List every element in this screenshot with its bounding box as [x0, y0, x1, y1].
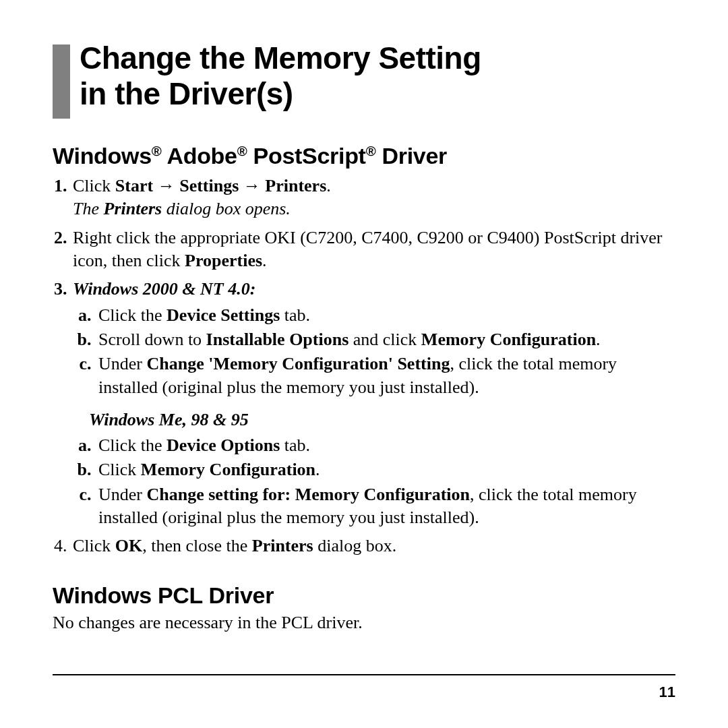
text: dialog box.: [313, 536, 397, 555]
text: Click: [73, 536, 115, 555]
title-block: Change the Memory Setting in the Driver(…: [53, 40, 675, 119]
h2-part: Windows: [53, 143, 152, 169]
substep-c: Under Change setting for: Memory Configu…: [96, 483, 675, 530]
title-line-1: Change the Memory Setting: [80, 40, 481, 75]
text: Properties: [185, 251, 262, 270]
text: Click: [73, 176, 115, 195]
text: Scroll down to: [98, 330, 206, 349]
text: Memory Configuration: [141, 460, 315, 479]
page-title: Change the Memory Setting in the Driver(…: [80, 40, 481, 112]
substep-a: Click the Device Options tab.: [96, 434, 675, 457]
text: Device Settings: [166, 305, 280, 325]
text: .: [596, 330, 601, 349]
text: .: [262, 251, 267, 270]
text: Right click the appropriate OKI (C7200, …: [73, 228, 663, 270]
h2-part: Driver: [375, 143, 447, 169]
text: The: [73, 199, 104, 218]
text: Click the: [98, 305, 166, 325]
text: Installable Options: [206, 330, 349, 349]
page: Change the Memory Setting in the Driver(…: [0, 0, 728, 728]
page-number: 11: [659, 684, 675, 701]
text: Click the: [98, 435, 166, 455]
text: dialog box opens.: [162, 199, 291, 218]
text: OK: [115, 536, 142, 555]
steps-list: Click Start → Settings → Printers. The P…: [53, 175, 675, 558]
step-2: Right click the appropriate OKI (C7200, …: [71, 226, 675, 273]
text: .: [326, 176, 331, 195]
text: Change 'Memory Configuration' Setting: [146, 354, 450, 373]
text: Device Options: [166, 435, 280, 455]
substep-a: Click the Device Settings tab.: [96, 304, 675, 327]
text: Printers: [252, 536, 313, 555]
text: Printers: [265, 176, 326, 195]
step3-heading: Windows 2000 & NT 4.0:: [73, 279, 255, 299]
text: Start: [115, 176, 153, 195]
substeps-me: Click the Device Options tab. Click Memo…: [73, 434, 675, 529]
title-bar-icon: [53, 44, 70, 119]
section-heading-postscript: Windows® Adobe® PostScript® Driver: [53, 143, 675, 169]
step-3: Windows 2000 & NT 4.0: Click the Device …: [71, 278, 675, 529]
text: and click: [348, 330, 421, 349]
reg-icon: ®: [366, 144, 376, 158]
reg-icon: ®: [237, 144, 247, 158]
text: Click: [98, 460, 141, 479]
step-1: Click Start → Settings → Printers. The P…: [71, 175, 675, 221]
pcl-body: No changes are necessary in the PCL driv…: [53, 613, 675, 633]
text: Under: [98, 354, 146, 373]
h2-part: PostScript: [247, 143, 365, 169]
text: , then close the: [142, 536, 251, 555]
footer-rule: [53, 674, 675, 675]
text: Settings: [179, 176, 239, 195]
substeps-nt: Click the Device Settings tab. Scroll do…: [73, 304, 675, 399]
substep-c: Under Change 'Memory Configuration' Sett…: [96, 353, 675, 399]
subheading-me98: Windows Me, 98 & 95: [89, 408, 675, 431]
arrow-icon: →: [153, 176, 179, 195]
text: tab.: [280, 435, 310, 455]
result-text: The Printers dialog box opens.: [73, 199, 291, 218]
substep-b: Click Memory Configuration.: [96, 458, 675, 481]
h2-part: Adobe: [162, 143, 237, 169]
arrow-icon: →: [239, 176, 265, 195]
title-line-2: in the Driver(s): [80, 76, 293, 111]
reg-icon: ®: [152, 144, 162, 158]
text: Memory Configuration: [421, 330, 596, 349]
text: Printers: [104, 199, 162, 218]
text: Under: [98, 485, 146, 504]
step-4: Click OK, then close the Printers dialog…: [71, 535, 675, 557]
section-heading-pcl: Windows PCL Driver: [53, 582, 675, 609]
text: .: [315, 460, 320, 479]
substep-b: Scroll down to Installable Options and c…: [96, 328, 675, 351]
text: Change setting for: Memory Configuration: [146, 485, 470, 504]
text: tab.: [280, 305, 310, 325]
